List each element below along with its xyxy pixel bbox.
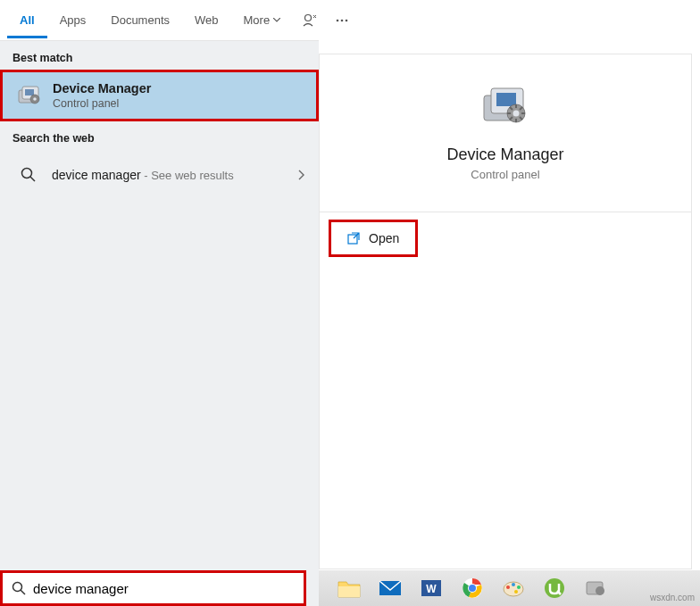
tab-documents[interactable]: Documents — [98, 3, 182, 38]
tab-more[interactable]: More — [231, 3, 294, 38]
svg-point-25 — [469, 585, 476, 592]
taskbar-file-explorer[interactable] — [337, 576, 362, 601]
svg-point-1 — [337, 19, 339, 21]
section-search-web: Search the web — [0, 121, 319, 150]
section-best-match: Best match — [0, 41, 319, 70]
divider — [320, 212, 691, 212]
open-icon — [347, 232, 360, 245]
svg-rect-13 — [496, 93, 516, 106]
tab-apps[interactable]: Apps — [47, 3, 99, 38]
svg-point-29 — [517, 585, 521, 589]
result-subtitle: Control panel — [53, 97, 304, 110]
open-action[interactable]: Open — [329, 220, 418, 257]
taskbar-utorrent[interactable] — [542, 576, 567, 601]
search-input[interactable] — [33, 581, 295, 596]
search-icon — [14, 161, 43, 189]
device-manager-large-icon — [479, 79, 532, 133]
feedback-icon[interactable] — [293, 5, 327, 36]
tab-all[interactable]: All — [7, 3, 47, 38]
more-options-icon[interactable] — [327, 12, 357, 29]
taskbar-mail[interactable] — [378, 576, 403, 601]
taskbar: W — [319, 570, 700, 606]
svg-point-27 — [506, 585, 510, 589]
search-results-panel: All Apps Documents Web More Best match — [0, 0, 319, 606]
taskbar-word[interactable]: W — [419, 576, 444, 601]
svg-point-15 — [513, 111, 520, 117]
svg-point-3 — [346, 19, 348, 21]
result-device-manager[interactable]: Device Manager Control panel — [0, 70, 319, 121]
search-icon — [12, 581, 26, 595]
svg-line-18 — [21, 590, 25, 594]
search-tabs: All Apps Documents Web More — [0, 0, 319, 41]
open-label: Open — [369, 231, 399, 245]
device-manager-icon — [15, 81, 44, 110]
svg-rect-19 — [338, 586, 360, 597]
detail-panel: Device Manager Control panel Open — [319, 54, 692, 569]
svg-point-31 — [545, 578, 564, 598]
web-hint: - See web results — [141, 169, 234, 182]
chevron-right-icon — [298, 170, 304, 180]
svg-point-9 — [22, 169, 32, 178]
tab-web[interactable]: Web — [182, 3, 231, 38]
web-result-device-manager[interactable]: device manager - See web results — [0, 150, 319, 200]
svg-line-10 — [30, 177, 35, 181]
svg-point-28 — [512, 583, 515, 586]
svg-text:W: W — [426, 583, 437, 595]
watermark: wsxdn.com — [650, 593, 695, 602]
taskbar-chrome[interactable] — [460, 576, 485, 601]
svg-point-30 — [514, 590, 518, 594]
svg-rect-6 — [25, 89, 34, 95]
result-title: Device Manager — [53, 81, 304, 95]
taskbar-app[interactable] — [583, 576, 608, 601]
chevron-down-icon — [273, 18, 280, 22]
svg-point-8 — [33, 97, 37, 101]
svg-point-33 — [596, 586, 604, 595]
search-bar[interactable] — [0, 570, 306, 606]
svg-point-0 — [305, 14, 312, 21]
detail-title: Device Manager — [320, 145, 691, 164]
svg-point-2 — [341, 19, 344, 21]
taskbar-paint[interactable] — [501, 576, 526, 601]
web-query: device manager — [52, 168, 141, 182]
detail-subtitle: Control panel — [320, 168, 691, 181]
